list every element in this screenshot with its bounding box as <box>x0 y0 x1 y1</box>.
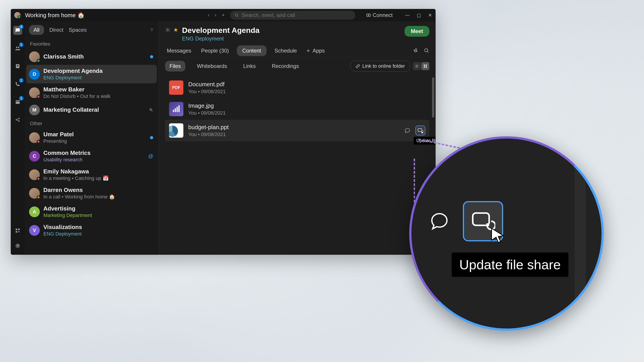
conversation-name: Darren Owens <box>44 187 154 194</box>
conversation-item[interactable]: Darren OwensIn a call • Working from hom… <box>24 184 158 202</box>
rail-calls[interactable]: 1 <box>13 79 22 88</box>
back-button[interactable]: ‹ <box>208 12 209 18</box>
conversation-name: Visualizations <box>44 224 154 231</box>
connect-button[interactable]: Connect <box>366 12 393 18</box>
subtab-whiteboards[interactable]: Whiteboards <box>192 61 232 71</box>
conversation-subtitle: Presenting <box>44 138 154 144</box>
conversation-avatar <box>29 87 40 98</box>
filter-icon[interactable] <box>150 28 154 32</box>
rail-calendar[interactable]: 1 <box>13 97 22 106</box>
filter-spaces[interactable]: Spaces <box>69 27 86 33</box>
contacts-icon <box>15 63 20 69</box>
pin-icon[interactable] <box>413 48 418 53</box>
conversation-name: Advertising <box>44 205 154 212</box>
section-favorites: Favorites <box>24 38 158 49</box>
space-subtitle[interactable]: ENG Deployment <box>182 35 260 42</box>
unread-indicator <box>150 136 153 139</box>
link-folder-button[interactable]: Link to online folder <box>350 61 410 71</box>
file-row[interactable]: PDFDocument.pdfYou • 09/08/2021 <box>165 77 429 98</box>
conversation-name: Common Metrics <box>44 149 154 156</box>
rail-messaging[interactable]: 4 <box>13 26 22 35</box>
maximize-button[interactable]: ▢ <box>417 12 421 18</box>
conversation-item[interactable]: AAdvertisingMarketing Department <box>24 202 158 221</box>
svg-text:?: ? <box>17 244 18 248</box>
apps-icon <box>15 228 20 233</box>
conversation-item[interactable]: DDevelopment AgendaENG Deployment <box>26 65 157 83</box>
conversation-avatar: A <box>29 206 40 217</box>
gear-icon[interactable] <box>165 27 170 33</box>
tab-messages[interactable]: Messages <box>165 44 193 57</box>
tab-schedule[interactable]: Schedule <box>273 44 299 57</box>
svg-rect-34 <box>177 107 178 112</box>
conversation-item[interactable]: Emily NakagawaIn a meeting • Catching up… <box>24 165 158 184</box>
svg-point-22 <box>167 29 168 31</box>
view-grid-button[interactable] <box>421 62 429 70</box>
rail-apps[interactable] <box>13 226 22 235</box>
window-controls: — ▢ ✕ <box>405 12 432 18</box>
meet-button[interactable]: Meet <box>404 26 429 37</box>
file-meta: You • 09/08/2021 <box>188 89 425 94</box>
conversation-item[interactable]: CCommon MetricsUsability research@ <box>24 147 158 165</box>
subtab-links[interactable]: Links <box>238 61 260 71</box>
presence-indicator <box>37 59 40 62</box>
cursor-icon <box>488 227 506 245</box>
svg-point-7 <box>17 65 18 66</box>
svg-point-12 <box>18 121 20 122</box>
tab-people[interactable]: People (30) <box>199 44 230 57</box>
svg-point-10 <box>16 119 17 120</box>
conversation-name: Development Agenda <box>44 67 154 74</box>
mag-scrollbar-thumb <box>576 136 585 163</box>
svg-point-4 <box>16 46 18 48</box>
file-thumbnail: PDF <box>169 80 183 95</box>
close-button[interactable]: ✕ <box>428 12 432 18</box>
conversation-name: Umar Patel <box>44 131 154 138</box>
subtab-recordings[interactable]: Recordings <box>267 61 303 71</box>
conversation-avatar: M <box>29 105 40 115</box>
file-chat-button[interactable] <box>402 126 412 135</box>
conversation-name: Matthew Baker <box>44 86 154 93</box>
star-icon[interactable] <box>173 27 178 33</box>
search-input[interactable] <box>242 12 351 18</box>
space-title: Development Agenda <box>182 26 260 35</box>
svg-rect-15 <box>16 231 17 233</box>
search-bar[interactable] <box>230 11 355 20</box>
minimize-button[interactable]: — <box>405 12 410 18</box>
conversation-item[interactable]: Clarissa Smith <box>24 49 158 65</box>
conversation-item[interactable]: Umar PatelPresenting <box>24 128 158 147</box>
file-row[interactable]: Image.jpgYou • 09/08/2021 <box>165 98 429 120</box>
rail-badge: 1 <box>19 96 24 100</box>
rail-share[interactable] <box>13 115 22 124</box>
rail-help[interactable]: ? <box>13 241 22 250</box>
rail-teams[interactable]: 1 <box>13 44 22 53</box>
update-file-share-button[interactable]: Update file share <box>416 126 425 135</box>
user-avatar[interactable] <box>14 12 20 18</box>
search-icon <box>234 13 239 17</box>
conversation-name: Marketing Collateral <box>44 106 154 113</box>
app-body: 4 1 1 1 <box>11 21 436 255</box>
rail-contacts[interactable] <box>13 62 22 71</box>
new-button[interactable]: + <box>222 12 225 18</box>
user-status[interactable]: Working from home 🏠 <box>25 12 84 19</box>
file-meta: You • 09/08/2021 <box>188 132 398 137</box>
view-list-button[interactable] <box>413 62 421 70</box>
file-name: Image.jpg <box>188 102 425 109</box>
subtab-files[interactable]: Files <box>165 61 185 71</box>
update-file-share-button[interactable] <box>463 201 503 241</box>
file-row[interactable]: budget-plan.pptYou • 09/08/2021Update fi… <box>165 120 429 141</box>
conversation-item[interactable]: VVisualizationsENG Deployment <box>24 221 158 240</box>
tab-content[interactable]: Content <box>237 45 266 56</box>
svg-rect-2 <box>366 14 370 16</box>
phone-icon <box>15 81 20 87</box>
svg-rect-30 <box>424 67 425 68</box>
conversation-item[interactable]: Matthew BakerDo Not Disturb • Out for a … <box>24 83 158 102</box>
svg-point-0 <box>235 14 238 16</box>
conversation-avatar: C <box>29 151 40 162</box>
tab-apps[interactable]: + Apps <box>305 44 327 57</box>
search-icon[interactable] <box>424 48 429 53</box>
filter-direct[interactable]: Direct <box>50 27 64 33</box>
conversation-item[interactable]: MMarketing Collateral <box>24 102 158 118</box>
filter-all[interactable]: All <box>29 25 44 35</box>
nav-rail: 4 1 1 1 <box>11 21 24 255</box>
forward-button[interactable]: › <box>215 12 216 18</box>
file-list: PDFDocument.pdfYou • 09/08/2021Image.jpg… <box>159 75 436 255</box>
